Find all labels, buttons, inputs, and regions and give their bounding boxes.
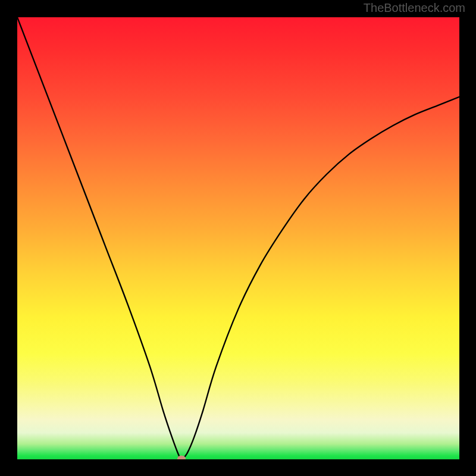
chart-plot-area [17,17,459,459]
optimal-point-marker [177,455,186,459]
bottleneck-curve [17,17,459,459]
chart-curve-svg [17,17,459,459]
watermark-text: TheBottleneck.com [364,1,465,15]
